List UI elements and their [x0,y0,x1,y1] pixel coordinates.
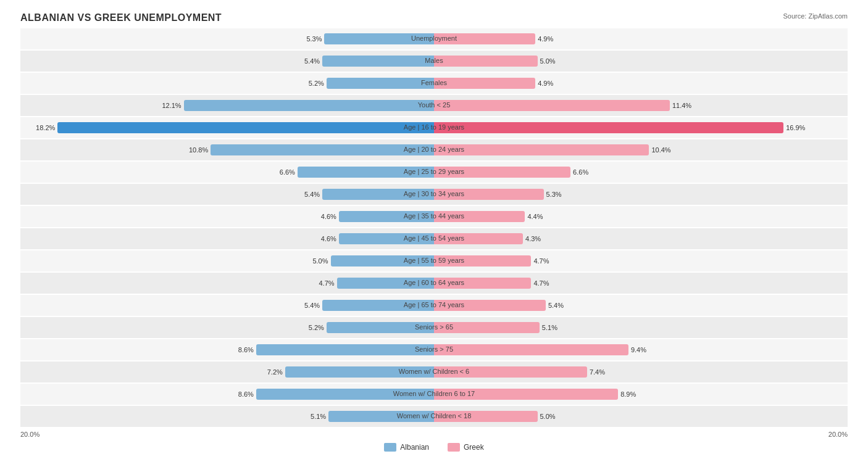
val-left: 8.6% [238,346,254,353]
table-row: 18.2% 16.9% Age | 16 to 19 years [20,117,848,138]
row-inner: 18.2% 16.9% Age | 16 to 19 years [20,117,848,138]
val-right: 5.0% [540,413,556,420]
chart-title: ALBANIAN VS GREEK UNEMPLOYMENT [20,12,222,23]
bar-left [339,211,434,222]
bar-left [328,411,434,422]
bar-right [434,322,540,333]
table-row: 10.8% 10.4% Age | 20 to 24 years [20,139,848,160]
table-row: 8.6% 9.4% Seniors > 75 [20,339,848,360]
row-inner: 4.7% 4.7% Age | 60 to 64 years [20,273,848,294]
table-row: 5.2% 4.9% Females [20,73,848,94]
table-row: 5.3% 4.9% Unemployment [20,28,848,49]
val-left: 12.1% [162,102,181,109]
row-inner: 5.4% 5.0% Males [20,51,848,72]
bar-right [434,233,523,244]
val-left: 5.4% [304,302,320,309]
table-row: 5.4% 5.4% Age | 65 to 74 years [20,295,848,316]
row-inner: 5.1% 5.0% Women w/ Children < 18 [20,406,848,427]
val-right: 11.4% [672,102,691,109]
table-row: 8.6% 8.9% Women w/ Children 6 to 17 [20,384,848,405]
bar-left [324,33,434,44]
legend-greek: Greek [448,443,484,452]
table-row: 4.6% 4.3% Age | 45 to 54 years [20,228,848,249]
legend-albanian-label: Albanian [400,443,429,452]
legend: Albanian Greek [20,443,848,452]
val-right: 5.0% [540,57,556,65]
table-row: 7.2% 7.4% Women w/ Children < 6 [20,362,848,382]
bar-left [298,167,434,178]
val-right: 16.9% [786,124,805,131]
bar-left [337,278,434,289]
val-right: 5.1% [542,324,557,331]
val-right: 5.3% [546,191,562,198]
row-inner: 6.6% 6.6% Age | 25 to 29 years [20,162,848,183]
val-right: 8.9% [620,391,636,398]
bar-right [434,300,546,311]
bar-left [285,366,434,378]
legend-greek-label: Greek [464,443,484,452]
row-inner: 5.0% 4.7% Age | 55 to 59 years [20,250,848,271]
bar-left [211,144,434,155]
bar-right [434,167,570,178]
table-row: 5.4% 5.3% Age | 30 to 34 years [20,184,848,205]
bar-right [434,366,587,378]
val-left: 18.2% [36,124,55,131]
table-row: 4.6% 4.4% Age | 35 to 44 years [20,206,848,227]
row-inner: 5.2% 5.1% Seniors > 65 [20,317,848,338]
bar-right [434,122,783,133]
val-left: 5.4% [304,57,320,65]
bar-right [434,255,531,267]
row-inner: 8.6% 9.4% Seniors > 75 [20,339,848,360]
bar-left [256,344,434,355]
val-left: 4.7% [319,279,334,287]
table-row: 4.7% 4.7% Age | 60 to 64 years [20,273,848,294]
val-right: 4.7% [533,279,549,287]
val-left: 7.2% [267,368,283,376]
bar-left [322,56,434,67]
bar-right [434,78,535,89]
val-right: 4.3% [525,235,541,242]
val-left: 5.0% [312,257,328,265]
bar-right [434,211,525,222]
bar-right [434,389,618,400]
bar-left [331,255,435,267]
bar-left [327,322,434,333]
val-left: 4.6% [321,235,336,242]
row-inner: 5.4% 5.3% Age | 30 to 34 years [20,184,848,205]
row-inner: 12.1% 11.4% Youth < 25 [20,95,848,116]
val-right: 4.4% [527,213,543,220]
val-left: 5.4% [304,191,320,198]
bar-right [434,278,531,289]
table-row: 6.6% 6.6% Age | 25 to 29 years [20,162,848,183]
bar-right [434,144,649,155]
chart-source: Source: ZipAtlas.com [783,12,848,20]
row-inner: 5.3% 4.9% Unemployment [20,28,848,49]
row-inner: 4.6% 4.3% Age | 45 to 54 years [20,228,848,249]
val-right: 6.6% [573,168,588,176]
bar-left [339,233,434,244]
val-left: 4.6% [321,213,336,220]
val-right: 4.9% [538,80,553,87]
bar-right [434,33,535,44]
bar-right [434,344,628,355]
row-inner: 5.4% 5.4% Age | 65 to 74 years [20,295,848,316]
bar-right [434,189,544,200]
val-left: 10.8% [189,146,208,154]
row-inner: 10.8% 10.4% Age | 20 to 24 years [20,139,848,160]
val-right: 7.4% [590,368,605,376]
row-inner: 4.6% 4.4% Age | 35 to 44 years [20,206,848,227]
bar-left [184,100,434,111]
table-row: 5.0% 4.7% Age | 55 to 59 years [20,250,848,271]
val-right: 4.9% [538,35,553,43]
row-inner: 8.6% 8.9% Women w/ Children 6 to 17 [20,384,848,405]
row-inner: 5.2% 4.9% Females [20,73,848,94]
table-row: 5.1% 5.0% Women w/ Children < 18 [20,406,848,427]
val-right: 5.4% [548,302,564,309]
val-left: 5.2% [309,80,324,87]
table-row: 12.1% 11.4% Youth < 25 [20,95,848,116]
bar-right [434,56,538,67]
axis-left: 20.0% [20,431,40,438]
chart-header: ALBANIAN VS GREEK UNEMPLOYMENT Source: Z… [20,12,848,23]
bar-left [57,122,434,133]
val-left: 6.6% [280,168,295,176]
